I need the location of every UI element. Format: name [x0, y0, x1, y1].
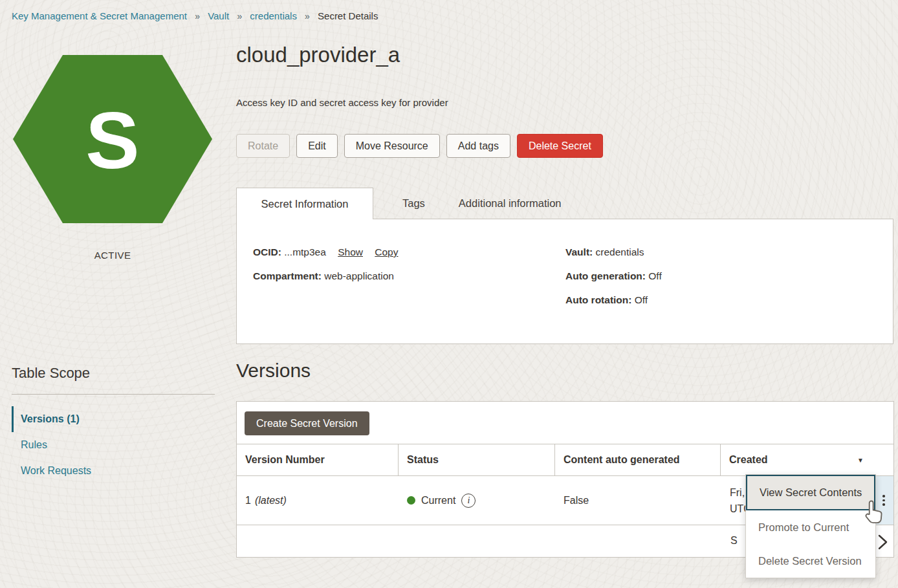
add-tags-button[interactable]: Add tags [446, 134, 510, 158]
created-line-1: Fri, [730, 485, 745, 501]
info-icon[interactable]: i [461, 494, 476, 508]
compartment-label: Compartment: [253, 270, 322, 281]
breadcrumb-separator: » [195, 11, 200, 21]
tab-bar: Secret Information Tags Additional infor… [236, 188, 562, 219]
compartment-value: web-application [324, 270, 394, 281]
sort-arrow-icon[interactable]: ▼ [857, 457, 864, 464]
secret-details-page: Key Management & Secret Management » Vau… [0, 0, 898, 588]
auto-generation-value: Off [648, 270, 661, 281]
avatar-initial: S [85, 95, 139, 185]
create-secret-version-button[interactable]: Create Secret Version [245, 411, 369, 435]
tab-secret-information[interactable]: Secret Information [236, 188, 373, 219]
row-count-summary: S [730, 535, 738, 547]
column-header-status: Status [399, 444, 555, 475]
status-badge: ACTIVE [13, 250, 212, 261]
current-status-dot-icon [407, 496, 415, 505]
column-header-created: Created ▼ [721, 444, 893, 475]
compartment-row: Compartment: web-application [253, 269, 398, 283]
version-number-value: 1 [245, 495, 251, 506]
status-cell: Current i [399, 476, 555, 525]
menu-item-delete-secret-version[interactable]: Delete Secret Version [746, 544, 875, 578]
ocid-copy-link[interactable]: Copy [375, 246, 398, 257]
auto-rotation-label: Auto rotation: [565, 294, 631, 305]
auto-rotation-value: Off [635, 294, 648, 305]
table-header-row: Version Number Status Content auto gener… [237, 444, 893, 476]
column-header-content-auto-generated: Content auto generated [555, 444, 721, 475]
scope-nav: Versions (1) Rules Work Requests [12, 406, 206, 484]
breadcrumb-link-credentials[interactable]: credentials [250, 10, 297, 21]
table-scope-title: Table Scope [12, 365, 90, 382]
tab-tags[interactable]: Tags [402, 197, 425, 210]
move-resource-button[interactable]: Move Resource [344, 134, 440, 158]
status-value: Current [421, 495, 455, 506]
sidebar-item-versions[interactable]: Versions (1) [12, 406, 206, 432]
secret-avatar-hexagon-icon: S [13, 55, 212, 223]
chevron-right-icon[interactable] [875, 532, 890, 554]
breadcrumb-separator: » [305, 11, 310, 21]
sidebar-item-work-requests[interactable]: Work Requests [12, 458, 206, 484]
page-description: Access key ID and secret access key for … [236, 97, 448, 108]
menu-item-view-secret-contents[interactable]: View Secret Contents [746, 475, 875, 510]
ocid-row: OCID: ...mtp3ea Show Copy [253, 245, 398, 259]
created-header-label: Created [729, 454, 768, 466]
sidebar-item-rules[interactable]: Rules [12, 432, 206, 458]
breadcrumb-current: Secret Details [318, 10, 378, 21]
scope-divider [12, 394, 215, 395]
vault-row: Vault: credentials [565, 245, 662, 259]
secret-information-panel: OCID: ...mtp3ea Show Copy Compartment: w… [236, 219, 893, 344]
edit-button[interactable]: Edit [296, 134, 338, 158]
breadcrumb-link-key-management[interactable]: Key Management & Secret Management [12, 10, 187, 21]
auto-rotation-row: Auto rotation: Off [565, 293, 662, 307]
ocid-show-link[interactable]: Show [338, 246, 363, 257]
menu-item-promote-to-current[interactable]: Promote to Current [746, 510, 875, 544]
row-context-menu: View Secret Contents Promote to Current … [745, 474, 876, 578]
rotate-button[interactable]: Rotate [236, 134, 290, 158]
breadcrumb-separator: » [237, 11, 242, 21]
page-title: cloud_provider_a [236, 43, 400, 67]
versions-heading: Versions [236, 360, 311, 382]
auto-generation-row: Auto generation: Off [565, 269, 662, 283]
ocid-label: OCID: [253, 246, 281, 257]
ocid-value: ...mtp3ea [284, 246, 326, 257]
kebab-menu-icon[interactable] [874, 476, 893, 525]
delete-secret-button[interactable]: Delete Secret [517, 134, 603, 158]
version-latest-suffix: (latest) [255, 495, 287, 506]
auto-generation-label: Auto generation: [565, 270, 646, 281]
version-number-cell: 1 (latest) [237, 476, 399, 525]
vault-label: Vault: [565, 246, 593, 257]
tab-additional-information[interactable]: Additional information [459, 197, 562, 210]
column-header-version-number: Version Number [237, 444, 399, 475]
breadcrumb-link-vault[interactable]: Vault [208, 10, 229, 21]
content-auto-generated-cell: False [555, 476, 721, 525]
breadcrumb: Key Management & Secret Management » Vau… [12, 10, 378, 21]
action-button-row: Rotate Edit Move Resource Add tags Delet… [236, 134, 603, 158]
vault-value: credentials [596, 246, 644, 257]
